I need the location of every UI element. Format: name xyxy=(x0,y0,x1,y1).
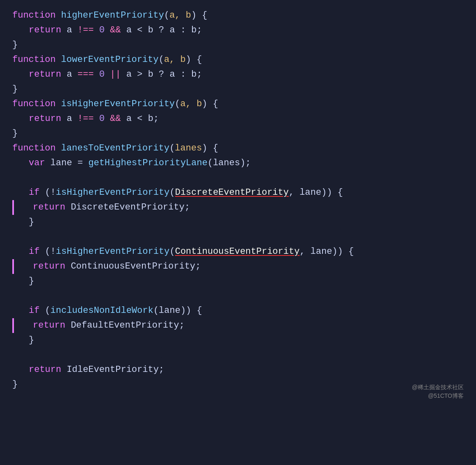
code-line: if (! isHigherEventPriority ( Continuous… xyxy=(12,244,464,259)
left-bar xyxy=(12,318,14,333)
code-line: return a === 0 || a > b ? a : b; xyxy=(12,67,464,82)
code-line: var lane = getHighestPriorityLane (lanes… xyxy=(12,156,464,171)
code-viewer: function higherEventPriority ( a, b ) { … xyxy=(0,0,476,408)
code-line: } xyxy=(12,215,464,230)
code-line: } xyxy=(12,333,464,348)
empty-line xyxy=(12,289,464,303)
code-line: if (! isHigherEventPriority ( DiscreteEv… xyxy=(12,185,464,200)
keyword: function xyxy=(12,8,56,23)
empty-line xyxy=(12,348,464,362)
code-line: } xyxy=(12,38,464,52)
code-line: } xyxy=(12,126,464,141)
empty-line xyxy=(12,171,464,185)
code-line-with-bar: return ContinuousEventPriority; xyxy=(12,259,464,274)
function-name: higherEventPriority xyxy=(61,8,164,23)
code-line: function higherEventPriority ( a, b ) { xyxy=(12,8,464,23)
code-line-with-bar: return DefaultEventPriority; xyxy=(12,318,464,333)
code-line: } xyxy=(12,82,464,97)
code-line: return a !== 0 && a < b; xyxy=(12,112,464,126)
code-line: } xyxy=(12,274,464,289)
code-line: function lanesToEventPriority ( lanes ) … xyxy=(12,141,464,156)
code-line-with-bar: return DiscreteEventPriority; xyxy=(12,200,464,215)
code-line: return IdleEventPriority; xyxy=(12,362,464,377)
code-line: if ( includesNonIdleWork (lane)) { xyxy=(12,303,464,318)
watermark-line1: @稀土掘金技术社区 xyxy=(412,383,464,392)
code-line: function lowerEventPriority ( a, b ) { xyxy=(12,52,464,67)
code-line: } xyxy=(12,377,464,392)
code-line: function isHigherEventPriority ( a, b ) … xyxy=(12,97,464,112)
code-line: return a !== 0 && a < b ? a : b; xyxy=(12,23,464,38)
left-bar xyxy=(12,259,14,274)
watermark-line2: @51CTO博客 xyxy=(412,392,464,400)
empty-line xyxy=(12,230,464,244)
left-bar xyxy=(12,200,14,215)
watermark: @稀土掘金技术社区 @51CTO博客 xyxy=(412,383,464,400)
